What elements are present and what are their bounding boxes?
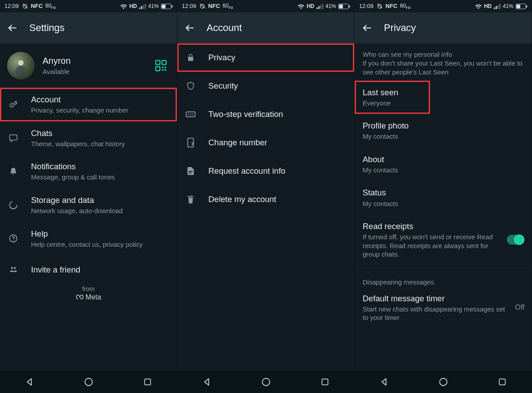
row-title: Security bbox=[208, 81, 347, 91]
svg-point-35 bbox=[190, 114, 192, 115]
svg-rect-6 bbox=[162, 4, 166, 8]
shield-icon bbox=[184, 81, 197, 91]
back-icon[interactable] bbox=[362, 23, 372, 33]
privacy-item-defaulttimer[interactable]: Default message timer Start new chats wi… bbox=[355, 287, 532, 329]
row-sub: My contacts bbox=[363, 166, 524, 175]
svg-rect-13 bbox=[162, 69, 164, 71]
lock-icon bbox=[184, 53, 197, 62]
row-title: Account bbox=[31, 94, 170, 105]
settings-item-chats[interactable]: Chats Theme, wallpapers, chat history bbox=[0, 121, 177, 155]
status-hd: HD bbox=[307, 3, 314, 9]
svg-rect-1 bbox=[139, 8, 141, 9]
account-item-twostep[interactable]: Two-step verification bbox=[177, 100, 354, 128]
settings-item-help[interactable]: Help Help centre, contact us, privacy po… bbox=[0, 222, 177, 256]
settings-item-storage[interactable]: Storage and data Network usage, auto-dow… bbox=[0, 188, 177, 222]
account-item-changenum[interactable]: Change number bbox=[177, 128, 354, 157]
svg-rect-7 bbox=[172, 5, 172, 7]
app-bar: Privacy bbox=[355, 12, 532, 43]
signal-icon bbox=[139, 4, 146, 9]
svg-rect-41 bbox=[322, 379, 328, 385]
trash-icon bbox=[184, 195, 197, 204]
privacy-item-about[interactable]: About My contacts bbox=[355, 148, 532, 181]
svg-point-21 bbox=[14, 267, 16, 269]
status-nfc: NFC bbox=[386, 3, 398, 9]
svg-point-20 bbox=[11, 267, 13, 269]
battery-icon bbox=[516, 4, 527, 9]
settings-item-invite[interactable]: Invite a friend bbox=[0, 255, 177, 284]
nav-home-icon[interactable] bbox=[438, 377, 448, 387]
account-item-request[interactable]: Request account info bbox=[177, 157, 354, 185]
row-title: About bbox=[363, 154, 524, 164]
page-title: Account bbox=[207, 22, 242, 34]
row-sub: Message, group & call tones bbox=[31, 173, 170, 182]
section-header-disappearing: Disappearing messages bbox=[355, 271, 532, 287]
divider bbox=[355, 268, 532, 268]
status-hz: 60Hz bbox=[45, 3, 56, 10]
settings-item-notifications[interactable]: Notifications Message, group & call tone… bbox=[0, 155, 177, 188]
row-sub: Help centre, contact us, privacy policy bbox=[31, 240, 170, 249]
status-time: 12:09 bbox=[359, 3, 374, 9]
privacy-item-profilephoto[interactable]: Profile photo My contacts bbox=[355, 114, 532, 148]
svg-rect-37 bbox=[188, 138, 194, 147]
row-sub: My contacts bbox=[363, 132, 524, 141]
phone-swap-icon bbox=[184, 137, 197, 148]
account-item-security[interactable]: Security bbox=[177, 72, 354, 100]
nav-back-icon[interactable] bbox=[379, 377, 389, 387]
back-icon[interactable] bbox=[184, 23, 195, 33]
help-icon bbox=[7, 233, 20, 243]
read-receipts-toggle[interactable] bbox=[507, 235, 524, 245]
status-time: 12:09 bbox=[4, 3, 19, 9]
svg-rect-26 bbox=[318, 6, 320, 9]
default-timer-value: Off bbox=[515, 304, 524, 311]
account-screen: 12:09 NFC 60Hz HD 41% Account Privacy Se… bbox=[177, 0, 355, 393]
settings-item-account[interactable]: Account Privacy, security, change number bbox=[0, 88, 177, 121]
svg-rect-49 bbox=[526, 5, 527, 7]
svg-rect-46 bbox=[499, 4, 501, 9]
nav-home-icon[interactable] bbox=[261, 377, 271, 387]
row-title: Default message timer bbox=[363, 293, 511, 304]
row-sub: Theme, wallpapers, chat history bbox=[31, 140, 170, 148]
status-battery-pct: 41% bbox=[503, 3, 513, 9]
status-hz: 60Hz bbox=[400, 3, 411, 10]
wifi-icon bbox=[475, 4, 482, 9]
privacy-item-readreceipts[interactable]: Read receipts If turned off, you won't s… bbox=[355, 214, 532, 265]
status-nfc: NFC bbox=[31, 3, 43, 9]
privacy-screen: 12:09 NFC 60Hz HD 41% Privacy Who can se… bbox=[355, 0, 532, 393]
svg-rect-3 bbox=[143, 5, 144, 9]
svg-point-40 bbox=[262, 378, 270, 386]
status-battery-pct: 41% bbox=[148, 3, 159, 9]
privacy-item-status[interactable]: Status My contacts bbox=[355, 181, 532, 214]
row-title: Delete my account bbox=[208, 194, 347, 204]
svg-rect-38 bbox=[189, 171, 193, 172]
svg-rect-8 bbox=[156, 60, 160, 64]
signal-icon bbox=[494, 4, 501, 9]
nav-bar bbox=[177, 371, 354, 393]
qr-icon[interactable] bbox=[155, 59, 167, 72]
status-time: 12:09 bbox=[182, 3, 196, 9]
back-icon[interactable] bbox=[7, 23, 18, 33]
nav-recent-icon[interactable] bbox=[143, 377, 152, 386]
page-title: Settings bbox=[29, 22, 65, 34]
row-title: Read receipts bbox=[363, 221, 507, 231]
wifi-icon bbox=[120, 4, 127, 9]
row-sub: Everyone bbox=[363, 99, 423, 108]
row-title: Request account info bbox=[208, 166, 347, 176]
nav-home-icon[interactable] bbox=[84, 377, 94, 387]
svg-rect-31 bbox=[349, 5, 350, 7]
nav-recent-icon[interactable] bbox=[498, 377, 507, 386]
nav-back-icon[interactable] bbox=[202, 377, 212, 387]
account-item-privacy[interactable]: Privacy bbox=[177, 43, 354, 72]
nav-recent-icon[interactable] bbox=[321, 377, 329, 386]
profile-row[interactable]: Anyron Available bbox=[0, 43, 177, 88]
svg-point-16 bbox=[11, 105, 12, 106]
nav-back-icon[interactable] bbox=[25, 377, 35, 387]
battery-icon bbox=[161, 4, 172, 9]
status-hd: HD bbox=[129, 3, 137, 9]
row-title: Change number bbox=[208, 137, 347, 148]
app-bar: Settings bbox=[0, 12, 177, 43]
account-item-delete[interactable]: Delete my account bbox=[177, 185, 354, 214]
privacy-item-lastseen[interactable]: Last seen Everyone bbox=[355, 81, 430, 114]
avatar bbox=[7, 52, 35, 79]
svg-rect-12 bbox=[164, 66, 166, 68]
row-title: Help bbox=[31, 229, 170, 239]
